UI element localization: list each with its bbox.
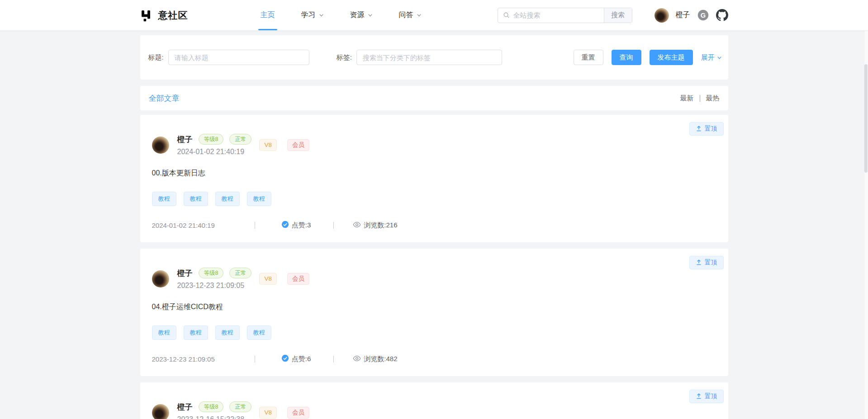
views-label: 浏览数:216 xyxy=(364,221,397,230)
pin-icon xyxy=(696,393,702,400)
tag-filter-input[interactable] xyxy=(356,50,502,65)
author-name: 橙子 xyxy=(177,402,193,412)
pin-button[interactable]: 置顶 xyxy=(689,390,724,403)
pin-label: 置顶 xyxy=(705,125,717,133)
post-card: 置顶 橙子 等级8 正常 2024-01-02 21:40:19 V8 会员 0 xyxy=(140,115,728,242)
post-title[interactable]: 04.橙子运维CICD教程 xyxy=(152,302,716,312)
post-tag[interactable]: 教程 xyxy=(215,325,240,340)
likes-stat: 点赞:3 xyxy=(281,221,311,230)
level-badge: 等级8 xyxy=(199,268,224,278)
author-name: 橙子 xyxy=(177,268,193,278)
post-tag[interactable]: 教程 xyxy=(215,192,240,206)
expand-label: 展开 xyxy=(701,53,715,62)
vip-badges: V8 会员 xyxy=(259,139,309,151)
vip-badges: V8 会员 xyxy=(259,273,309,285)
author-name-row: 橙子 等级8 正常 xyxy=(177,268,252,278)
post-tag[interactable]: 教程 xyxy=(247,325,271,340)
meta-date: 2024-01-02 21:40:19 xyxy=(152,221,215,229)
publish-topic-button[interactable]: 发布主题 xyxy=(650,50,693,65)
post-header: 橙子 等级8 正常 2023-12-23 21:09:05 V8 会员 xyxy=(152,268,716,290)
pin-icon xyxy=(696,125,702,133)
eye-icon xyxy=(353,355,361,363)
likes-label: 点赞:3 xyxy=(292,221,311,230)
nav-item-qa[interactable]: 问答 xyxy=(399,0,422,30)
gitee-icon[interactable]: G xyxy=(697,9,709,21)
title-filter-label: 标题: xyxy=(148,53,164,62)
post-card: 置顶 橙子 等级8 正常 2023-12-16 15:22:38 V8 会员 xyxy=(140,382,728,419)
query-button[interactable]: 查询 xyxy=(612,50,641,65)
post-tag[interactable]: 教程 xyxy=(152,325,176,340)
post-date: 2024-01-02 21:40:19 xyxy=(177,148,252,156)
top-header: 意社区 主页 学习 资源 问答 xyxy=(0,0,868,31)
post-tag[interactable]: 教程 xyxy=(152,192,176,206)
sort-divider xyxy=(700,95,700,102)
scrollbar-track xyxy=(864,31,868,419)
page: 意社区 主页 学习 资源 问答 xyxy=(0,0,868,419)
author-avatar[interactable] xyxy=(152,404,169,419)
pin-button[interactable]: 置顶 xyxy=(689,256,724,269)
status-badge: 正常 xyxy=(229,134,251,145)
pin-label: 置顶 xyxy=(705,259,717,267)
search-button[interactable]: 搜索 xyxy=(604,8,632,23)
meta-date: 2023-12-23 21:09:05 xyxy=(152,355,215,363)
member-badge: 会员 xyxy=(287,407,309,419)
post-tags: 教程 教程 教程 教程 xyxy=(152,192,716,206)
brand-title: 意社区 xyxy=(158,9,188,22)
post-title[interactable]: 00.版本更新日志 xyxy=(152,169,716,178)
nav-item-study-label: 学习 xyxy=(301,10,316,20)
post-tag[interactable]: 教程 xyxy=(184,325,208,340)
sort-newest[interactable]: 最新 xyxy=(680,94,694,103)
reset-button[interactable]: 重置 xyxy=(574,50,603,65)
filter-panel: 标题: 标签: 重置 查询 发布主题 展开 xyxy=(140,35,728,80)
user-avatar[interactable] xyxy=(655,8,669,23)
nav-item-resources[interactable]: 资源 xyxy=(350,0,373,30)
post-tag[interactable]: 教程 xyxy=(184,192,208,206)
expand-toggle[interactable]: 展开 xyxy=(701,53,722,62)
meta-divider xyxy=(333,222,334,229)
chevron-down-icon xyxy=(319,13,324,18)
brand-logo-icon xyxy=(140,9,154,22)
views-stat: 浏览数:482 xyxy=(353,355,397,363)
nav-item-study[interactable]: 学习 xyxy=(301,0,324,30)
header-inner: 意社区 主页 学习 资源 问答 xyxy=(140,0,728,30)
sort-hottest[interactable]: 最热 xyxy=(706,94,720,103)
nav-item-resources-label: 资源 xyxy=(350,10,365,20)
nav-item-home[interactable]: 主页 xyxy=(261,0,275,30)
tag-filter-label: 标签: xyxy=(337,53,352,62)
vip-badge: V8 xyxy=(259,273,277,285)
post-tags: 教程 教程 教程 教程 xyxy=(152,325,716,340)
tab-all-articles[interactable]: 全部文章 xyxy=(149,93,180,104)
likes-stat: 点赞:6 xyxy=(281,354,311,363)
user-name[interactable]: 橙子 xyxy=(676,10,690,20)
meta-divider xyxy=(333,356,334,363)
nav-item-qa-label: 问答 xyxy=(399,10,413,20)
post-tag[interactable]: 教程 xyxy=(247,192,271,206)
pin-label: 置顶 xyxy=(705,392,717,400)
main-content: 标题: 标签: 重置 查询 发布主题 展开 全部文章 最新 最热 xyxy=(140,35,728,419)
author-avatar[interactable] xyxy=(152,137,169,154)
list-header: 全部文章 最新 最热 xyxy=(140,86,728,110)
eye-icon xyxy=(353,221,361,229)
github-icon[interactable] xyxy=(716,9,728,21)
pin-button[interactable]: 置顶 xyxy=(689,122,724,136)
author-block: 橙子 等级8 正常 2023-12-23 21:09:05 xyxy=(177,268,252,290)
vip-badge: V8 xyxy=(259,407,277,419)
author-name-row: 橙子 等级8 正常 xyxy=(177,134,252,145)
like-icon xyxy=(281,221,289,230)
author-name: 橙子 xyxy=(177,134,193,145)
search-input[interactable] xyxy=(513,8,604,23)
global-search: 搜索 xyxy=(498,8,632,23)
brand[interactable]: 意社区 xyxy=(140,9,188,22)
post-card: 置顶 橙子 等级8 正常 2023-12-23 21:09:05 V8 会员 0 xyxy=(140,249,728,376)
author-avatar[interactable] xyxy=(152,270,169,287)
filter-actions: 重置 查询 发布主题 展开 xyxy=(574,50,722,65)
svg-text:G: G xyxy=(700,12,705,19)
main-nav: 主页 学习 资源 问答 xyxy=(261,0,422,30)
sort-group: 最新 最热 xyxy=(680,94,720,103)
title-filter-input[interactable] xyxy=(168,50,309,65)
post-header: 橙子 等级8 正常 2023-12-16 15:22:38 V8 会员 xyxy=(152,401,716,419)
author-block: 橙子 等级8 正常 2024-01-02 21:40:19 xyxy=(177,134,252,156)
scrollbar-thumb[interactable] xyxy=(864,64,868,173)
author-name-row: 橙子 等级8 正常 xyxy=(177,401,252,412)
post-header: 橙子 等级8 正常 2024-01-02 21:40:19 V8 会员 xyxy=(152,134,716,156)
